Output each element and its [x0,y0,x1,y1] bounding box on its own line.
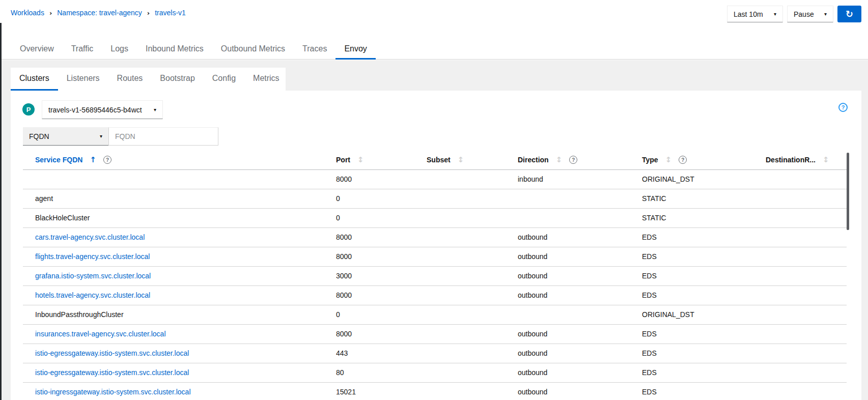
column-help-icon[interactable]: ? [679,156,687,164]
table-row: istio-egressgateway.istio-system.svc.clu… [23,363,847,382]
service-fqdn-link[interactable]: grafana.istio-system.svc.cluster.local [35,272,151,280]
refresh-mode-select[interactable]: Pause ▾ [787,6,833,22]
subtab-metrics[interactable]: Metrics [244,68,288,91]
cell-port: 0 [336,208,427,227]
service-fqdn-link[interactable]: istio-egressgateway.istio-system.svc.clu… [35,368,189,377]
cell-destination-rule [766,189,847,208]
column-header-direction[interactable]: Direction↕? [518,151,642,169]
cell-port: 15021 [336,382,427,400]
sort-icon[interactable]: ↕ [357,155,364,164]
sort-ascending-icon[interactable]: ↑ [90,155,96,164]
cell-direction: outbound [518,285,642,305]
column-help-icon[interactable]: ? [569,156,577,164]
subtab-config[interactable]: Config [204,68,244,91]
sort-icon[interactable]: ↕ [556,155,563,164]
cell-service-fqdn: istio-ingressgateway.istio-system.svc.cl… [23,382,336,400]
cell-type: ORIGINAL_DST [642,169,766,189]
cell-destination-rule [766,344,847,363]
breadcrumb-separator-icon: › [147,9,150,17]
table-row: InboundPassthroughCluster0ORIGINAL_DST [23,305,847,324]
tab-overview[interactable]: Overview [11,38,63,60]
cell-type: EDS [642,285,766,305]
column-header-inner: Type↕? [642,155,766,164]
cell-service-fqdn: insurances.travel-agency.svc.cluster.loc… [23,324,336,344]
table-body: 8000inboundORIGINAL_DSTagent0STATICBlack… [23,169,847,400]
table-row: agent0STATIC [23,189,847,208]
cell-type: EDS [642,344,766,363]
cell-type: STATIC [642,189,766,208]
column-header-type[interactable]: Type↕? [642,151,766,169]
cell-type: EDS [642,266,766,285]
cell-port: 3000 [336,266,427,285]
cell-destination-rule [766,169,847,189]
pod-select[interactable]: travels-v1-56895446c5-b4wct ▾ [42,100,163,119]
table-scrollbar[interactable] [847,153,849,230]
table-row: cars.travel-agency.svc.cluster.local8000… [23,227,847,247]
breadcrumb-link-namespace-travel-agency[interactable]: Namespace: travel-agency [57,9,142,17]
filter-input[interactable] [108,127,218,146]
service-fqdn-link[interactable]: flights.travel-agency.svc.cluster.local [35,252,150,261]
refresh-toolbar: Last 10m ▾ Pause ▾ ↻ [727,6,861,22]
tab-envoy[interactable]: Envoy [335,38,375,60]
cell-subset [427,285,518,305]
service-fqdn-link[interactable]: istio-ingressgateway.istio-system.svc.cl… [35,388,191,396]
duration-select[interactable]: Last 10m ▾ [727,6,783,22]
column-label: DestinationR... [766,156,816,164]
column-header-subset[interactable]: Subset↕ [427,151,518,169]
cell-port: 443 [336,344,427,363]
column-help-icon[interactable]: ? [103,156,111,164]
cell-direction: outbound [518,227,642,247]
cell-type: EDS [642,382,766,400]
sort-icon[interactable]: ↕ [823,155,829,164]
service-fqdn-text: agent [35,194,53,203]
sync-icon: ↻ [846,10,853,19]
cell-service-fqdn: istio-egressgateway.istio-system.svc.clu… [23,363,336,382]
cell-port: 8000 [336,169,427,189]
table-row: 8000inboundORIGINAL_DST [23,169,847,189]
tab-inbound-metrics[interactable]: Inbound Metrics [137,38,212,60]
column-header-port[interactable]: Port↕ [336,151,427,169]
help-icon[interactable]: ? [838,103,848,112]
cell-type: STATIC [642,208,766,227]
service-fqdn-link[interactable]: hotels.travel-agency.svc.cluster.local [35,291,150,299]
main-tabs: OverviewTrafficLogsInbound MetricsOutbou… [0,38,868,60]
service-fqdn-link[interactable]: cars.travel-agency.svc.cluster.local [35,233,145,241]
sort-icon[interactable]: ↕ [458,155,464,164]
subtab-clusters[interactable]: Clusters [11,68,58,91]
caret-down-icon: ▾ [774,11,776,17]
cell-port: 8000 [336,324,427,344]
subtab-routes[interactable]: Routes [108,68,152,91]
tab-traces[interactable]: Traces [294,38,335,60]
table-row: istio-egressgateway.istio-system.svc.clu… [23,344,847,363]
subtab-bootstrap[interactable]: Bootstrap [151,68,203,91]
column-header-inner: Subset↕ [427,155,518,164]
breadcrumb-link-workloads[interactable]: Workloads [11,9,44,17]
cell-service-fqdn: BlackHoleCluster [23,208,336,227]
column-header-service-fqdn[interactable]: Service FQDN↑? [23,151,336,169]
cell-direction: inbound [518,169,642,189]
tab-logs[interactable]: Logs [102,38,137,60]
cell-direction: outbound [518,266,642,285]
column-header-inner: Service FQDN↑? [35,155,336,164]
sort-icon[interactable]: ↕ [665,155,672,164]
service-fqdn-link[interactable]: insurances.travel-agency.svc.cluster.loc… [35,330,166,338]
column-header-destinationr[interactable]: DestinationR...↕ [766,151,847,169]
filter-type-value: FQDN [29,132,49,140]
table-header-row: Service FQDN↑?Port↕Subset↕Direction↕?Typ… [23,151,847,169]
cell-service-fqdn [23,169,336,189]
tab-traffic[interactable]: Traffic [63,38,102,60]
cell-direction: outbound [518,344,642,363]
cell-type: EDS [642,247,766,266]
cell-subset [427,189,518,208]
cell-direction: outbound [518,247,642,266]
tab-outbound-metrics[interactable]: Outbound Metrics [212,38,294,60]
subtab-listeners[interactable]: Listeners [58,68,108,91]
cell-destination-rule [766,305,847,324]
breadcrumb-link-travels-v1[interactable]: travels-v1 [155,9,186,17]
table-row: insurances.travel-agency.svc.cluster.loc… [23,324,847,344]
service-fqdn-link[interactable]: istio-egressgateway.istio-system.svc.clu… [35,349,189,357]
filter-type-select[interactable]: FQDN ▾ [23,127,108,146]
column-label: Type [642,156,658,164]
cell-subset [427,266,518,285]
refresh-button[interactable]: ↻ [837,6,861,22]
